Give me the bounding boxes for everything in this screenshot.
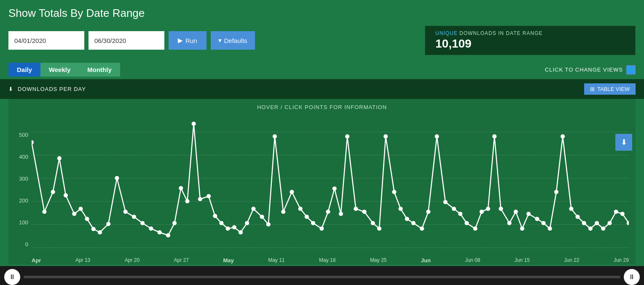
table-view-button[interactable]: ⊞ TABLE VIEW <box>584 83 636 95</box>
controls-row: ▶ Run ▾ Defaults UNIQUE DOWNLOADS IN DAT… <box>8 26 636 55</box>
svg-point-74 <box>569 207 573 211</box>
start-date-input[interactable] <box>8 31 84 50</box>
svg-point-46 <box>371 221 375 225</box>
svg-point-8 <box>91 227 96 231</box>
stats-box: UNIQUE DOWNLOADS IN DATE RANGE 10,109 <box>425 26 636 55</box>
grid-line-0 <box>32 248 629 248</box>
table-icon: ⊞ <box>590 86 595 92</box>
svg-point-28 <box>239 230 243 234</box>
svg-point-50 <box>398 207 402 211</box>
scroll-left-button[interactable]: ⏸ <box>4 269 20 285</box>
run-icon: ▶ <box>178 37 183 44</box>
svg-point-83 <box>627 221 629 225</box>
svg-point-22 <box>198 197 202 201</box>
pause-left-icon: ⏸ <box>9 273 16 281</box>
svg-point-5 <box>72 212 76 216</box>
svg-point-4 <box>64 193 68 197</box>
chart-section: Daily Weekly Monthly CLICK TO CHANGE VIE… <box>0 59 644 264</box>
svg-point-3 <box>57 156 62 160</box>
y-axis: 500 400 300 200 100 0 <box>8 132 32 248</box>
svg-point-58 <box>458 212 462 216</box>
svg-point-82 <box>620 212 625 216</box>
defaults-icon: ▾ <box>218 37 222 44</box>
chart-header-left: ⬇ DOWNLOADS PER DAY <box>8 86 86 92</box>
svg-point-36 <box>298 207 303 211</box>
svg-point-14 <box>140 221 145 225</box>
svg-point-60 <box>473 226 478 231</box>
y-label-300: 300 <box>19 176 28 182</box>
chart-section-label: DOWNLOADS PER DAY <box>18 86 86 92</box>
chart-hint: HOVER / CLICK POINTS FOR INFORMATION <box>8 99 636 113</box>
x-label-jun29: Jun 29 <box>614 257 629 264</box>
scroll-right-button[interactable]: ⏸ <box>624 269 640 285</box>
x-label-jun15: Jun 15 <box>515 257 530 264</box>
svg-point-79 <box>601 226 605 231</box>
svg-point-41 <box>333 186 337 191</box>
svg-point-29 <box>245 221 249 225</box>
svg-point-13 <box>132 215 136 219</box>
stats-label: UNIQUE DOWNLOADS IN DATE RANGE <box>435 30 625 36</box>
svg-point-32 <box>266 222 271 226</box>
x-axis: Apr Apr 13 Apr 20 Apr 27 May May 11 May … <box>32 257 629 264</box>
download-chart-icon: ⬇ <box>621 138 627 147</box>
chart-download-button[interactable]: ⬇ <box>615 134 632 151</box>
table-view-label: TABLE VIEW <box>597 86 630 92</box>
svg-point-67 <box>520 226 524 231</box>
svg-point-25 <box>219 221 223 225</box>
x-label-may18: May 18 <box>319 257 335 264</box>
svg-point-69 <box>535 217 539 221</box>
download-icon-small: ⬇ <box>8 86 13 92</box>
svg-point-42 <box>339 212 343 216</box>
svg-point-33 <box>273 134 277 139</box>
run-button[interactable]: ▶ Run <box>169 31 207 50</box>
x-label-jun22: Jun 22 <box>564 257 579 264</box>
tab-monthly[interactable]: Monthly <box>79 63 120 77</box>
pause-right-icon: ⏸ <box>628 273 635 281</box>
y-label-500: 500 <box>19 132 28 138</box>
svg-point-64 <box>499 207 503 211</box>
page-title: Show Totals By Date Range <box>8 7 636 20</box>
x-label-apr27: Apr 27 <box>174 257 189 264</box>
svg-point-1 <box>42 210 46 214</box>
svg-point-20 <box>185 199 189 203</box>
tab-weekly[interactable]: Weekly <box>40 63 79 77</box>
svg-point-68 <box>526 212 531 216</box>
svg-point-6 <box>78 207 83 211</box>
top-section: Show Totals By Date Range ▶ Run ▾ Defaul… <box>0 0 644 59</box>
x-label-apr13: Apr 13 <box>75 257 90 264</box>
tabs: Daily Weekly Monthly <box>8 63 120 77</box>
svg-point-65 <box>507 221 512 225</box>
svg-point-40 <box>326 210 330 214</box>
x-label-may25: May 25 <box>370 257 386 264</box>
svg-point-0 <box>32 140 34 144</box>
stats-label-rest: DOWNLOADS IN DATE RANGE <box>458 30 543 36</box>
svg-point-7 <box>85 217 89 221</box>
svg-point-56 <box>443 200 448 204</box>
svg-point-11 <box>115 176 119 180</box>
y-label-400: 400 <box>19 154 28 160</box>
svg-point-39 <box>319 226 324 231</box>
svg-point-24 <box>213 214 217 218</box>
change-views-button[interactable]: CLICK TO CHANGE VIEWS 🌐 <box>545 65 636 75</box>
end-date-input[interactable] <box>89 31 164 50</box>
svg-point-72 <box>554 190 558 194</box>
chart-line <box>32 124 629 235</box>
svg-point-51 <box>405 217 409 221</box>
defaults-button[interactable]: ▾ Defaults <box>211 31 255 50</box>
svg-point-55 <box>435 134 439 139</box>
svg-point-59 <box>464 221 469 225</box>
svg-point-17 <box>166 233 170 237</box>
svg-point-63 <box>492 134 496 139</box>
change-views-label: CLICK TO CHANGE VIEWS <box>545 67 623 73</box>
svg-point-35 <box>290 190 294 194</box>
svg-point-26 <box>226 226 230 231</box>
tab-daily[interactable]: Daily <box>8 63 40 77</box>
x-label-apr: Apr <box>32 257 41 264</box>
chart-svg[interactable] <box>32 113 629 248</box>
svg-point-62 <box>486 207 490 211</box>
svg-point-18 <box>172 221 177 225</box>
svg-point-23 <box>207 194 211 198</box>
chart-header: ⬇ DOWNLOADS PER DAY ⊞ TABLE VIEW <box>0 79 644 99</box>
stats-label-highlight: UNIQUE <box>435 30 458 36</box>
scroll-track[interactable] <box>24 276 620 278</box>
